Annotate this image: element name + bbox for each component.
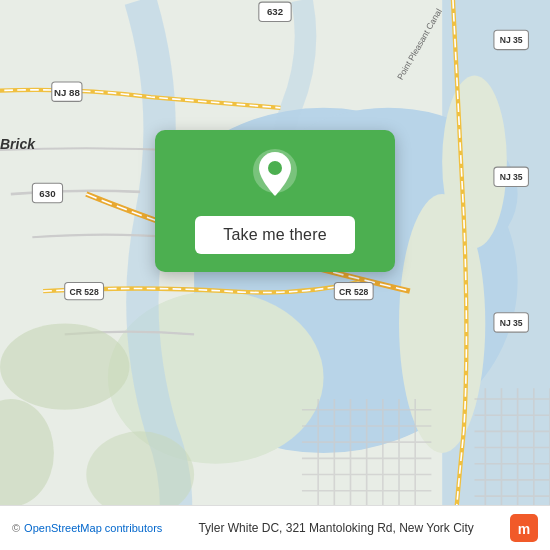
moovit-logo-icon: m: [510, 514, 538, 542]
svg-text:630: 630: [39, 188, 55, 199]
pin-icon-wrapper: [247, 148, 303, 204]
svg-text:Brick: Brick: [0, 136, 36, 152]
svg-text:NJ 88: NJ 88: [54, 87, 80, 98]
copyright-area: © OpenStreetMap contributors: [12, 522, 162, 534]
card-overlay: Take me there: [155, 130, 395, 272]
moovit-logo: m: [510, 514, 538, 542]
osm-link[interactable]: OpenStreetMap contributors: [24, 522, 162, 534]
bottom-bar: © OpenStreetMap contributors Tyler White…: [0, 505, 550, 550]
svg-text:NJ 35: NJ 35: [500, 172, 523, 182]
svg-point-34: [0, 324, 129, 410]
svg-text:CR 528: CR 528: [70, 287, 99, 297]
svg-text:632: 632: [267, 6, 283, 17]
map-background: 632 NJ 88 630 CR 528 CR 528 NJ 35 NJ 35 …: [0, 0, 550, 550]
svg-text:NJ 35: NJ 35: [500, 318, 523, 328]
location-pin-icon: [250, 148, 300, 204]
svg-text:NJ 35: NJ 35: [500, 35, 523, 45]
take-me-there-button[interactable]: Take me there: [195, 216, 354, 254]
svg-point-56: [268, 161, 282, 175]
svg-text:m: m: [518, 521, 530, 537]
svg-point-7: [442, 75, 507, 248]
address-label: Tyler White DC, 321 Mantoloking Rd, New …: [162, 521, 510, 535]
map-container: 632 NJ 88 630 CR 528 CR 528 NJ 35 NJ 35 …: [0, 0, 550, 550]
copyright-icon: ©: [12, 522, 20, 534]
svg-text:CR 528: CR 528: [339, 287, 368, 297]
